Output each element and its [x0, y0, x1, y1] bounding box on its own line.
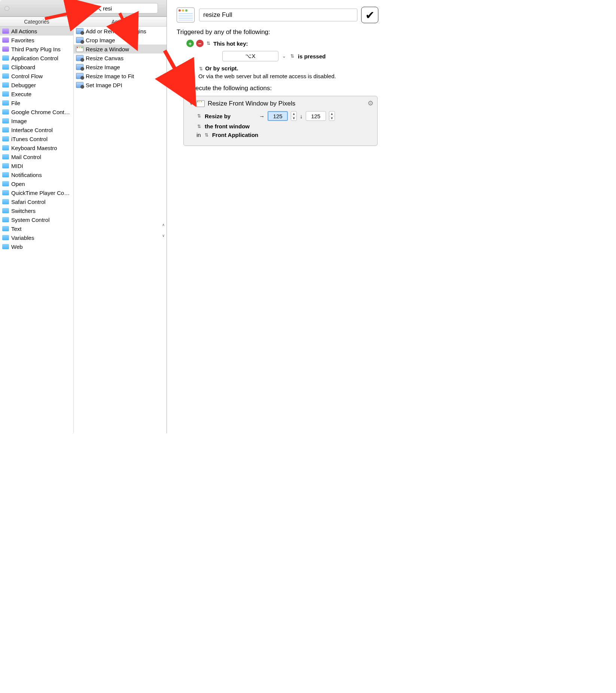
category-item[interactable]: Keyboard Maestro	[0, 143, 73, 152]
category-item[interactable]: Control Flow	[0, 71, 73, 80]
category-item[interactable]: Web	[0, 242, 73, 251]
hotkey-state: is pressed	[298, 53, 326, 59]
category-label: Open	[11, 181, 25, 187]
action-item[interactable]: Resize Canvas	[74, 54, 167, 62]
trigger-type-stepper[interactable]: ⇅	[206, 41, 211, 46]
categories-list[interactable]: All ActionsFavoritesThird Party Plug Ins…	[0, 27, 74, 433]
category-item[interactable]: All Actions	[0, 27, 73, 36]
folder-blue-icon	[2, 190, 9, 195]
folder-blue-icon	[2, 163, 9, 168]
or-script-stepper[interactable]: ⇅	[198, 66, 204, 71]
category-label: Notifications	[11, 172, 42, 178]
category-label: Application Control	[11, 55, 58, 61]
folder-blue-icon	[2, 73, 9, 79]
folder-blue-icon	[2, 82, 9, 88]
category-item[interactable]: Clipboard	[0, 62, 73, 71]
category-item[interactable]: Notifications	[0, 170, 73, 179]
category-item[interactable]: Mail Control	[0, 152, 73, 161]
hotkey-field[interactable]: ⌥X	[222, 51, 278, 61]
app-target-stepper[interactable]: ⇅	[204, 132, 209, 138]
dx-stepper[interactable]: ▲▼	[291, 111, 297, 121]
category-item[interactable]: File	[0, 98, 73, 107]
category-item[interactable]: Variables	[0, 233, 73, 242]
hotkey-dropdown-icon[interactable]: ⌄	[281, 54, 287, 59]
action-item[interactable]: Add or Remove Margins	[74, 27, 167, 36]
category-item[interactable]: iTunes Control	[0, 134, 73, 143]
close-button[interactable]	[4, 6, 9, 11]
category-label: Switchers	[11, 208, 36, 214]
folder-blue-icon	[2, 208, 9, 213]
category-item[interactable]: Google Chrome Cont…	[0, 107, 73, 116]
action-label: Resize Canvas	[86, 55, 123, 61]
category-item[interactable]: Third Party Plug Ins	[0, 45, 73, 54]
action-item[interactable]: Resize Image	[74, 62, 167, 71]
action-label: Resize Image to Fit	[86, 73, 134, 79]
category-item[interactable]: Safari Control	[0, 197, 73, 206]
in-label: in	[196, 132, 201, 138]
category-item[interactable]: Execute	[0, 89, 73, 98]
action-item[interactable]: Set Image DPI	[74, 80, 167, 89]
search-icon: 🔍	[95, 5, 101, 11]
gear-icon[interactable]: ⚙	[368, 99, 373, 107]
category-item[interactable]: System Control	[0, 215, 73, 224]
actions-panel: Actions 🔍 ✕ Categories Actions All Actio…	[0, 0, 167, 433]
action-item[interactable]: Crop Image	[74, 36, 167, 45]
category-item[interactable]: Image	[0, 116, 73, 125]
dy-stepper[interactable]: ▲▼	[329, 111, 335, 121]
hotkey-state-stepper[interactable]: ⇅	[290, 54, 295, 59]
folder-blue-icon	[2, 145, 9, 150]
action-item[interactable]: Resize a Window	[74, 45, 167, 54]
category-item[interactable]: Application Control	[0, 54, 73, 62]
folder-blue-icon	[2, 244, 9, 249]
resize-mode-stepper[interactable]: ⇅	[196, 113, 202, 119]
folder-blue-icon	[2, 55, 9, 61]
add-trigger-button[interactable]: +	[186, 40, 194, 47]
window-target-stepper[interactable]: ⇅	[196, 124, 202, 129]
search-input[interactable]	[103, 5, 174, 12]
category-item[interactable]: QuickTime Player Co…	[0, 188, 73, 197]
folder-blue-icon	[2, 172, 9, 177]
category-item[interactable]: Text	[0, 224, 73, 233]
category-label: QuickTime Player Co…	[11, 190, 70, 196]
macro-enabled-toggle[interactable]: ✔	[361, 7, 378, 23]
actions-list[interactable]: ∧∨ Add or Remove MarginsCrop ImageResize…	[74, 27, 167, 433]
image-action-icon	[76, 28, 83, 34]
folder-blue-icon	[2, 235, 9, 240]
resize-dx-input[interactable]	[268, 111, 288, 121]
remove-trigger-button[interactable]: −	[196, 40, 204, 47]
category-label: File	[11, 100, 20, 106]
image-action-icon	[76, 64, 83, 70]
action-label: Add or Remove Margins	[86, 28, 146, 34]
scroll-indicator[interactable]: ∧∨	[161, 223, 166, 238]
category-item[interactable]: Favorites	[0, 36, 73, 45]
trigger-block: + − ⇅ This hot key: ⌥X ⌄ ⇅ is pressed ⇅ …	[186, 40, 378, 79]
folder-blue-icon	[2, 127, 9, 132]
action-title: Resize Front Window by Pixels	[208, 100, 295, 107]
folder-purple-icon	[2, 37, 9, 43]
app-target: Front Application	[212, 132, 259, 138]
action-card[interactable]: ⚙ ▼ Resize Front Window by Pixels ⇅ Resi…	[183, 96, 378, 146]
category-item[interactable]: Open	[0, 179, 73, 188]
action-label: Set Image DPI	[86, 82, 122, 88]
category-label: Google Chrome Cont…	[11, 109, 70, 115]
category-item[interactable]: Switchers	[0, 206, 73, 215]
category-label: Execute	[11, 91, 31, 97]
category-label: Mail Control	[11, 154, 41, 160]
action-label: Resize a Window	[86, 46, 129, 52]
category-item[interactable]: MIDI	[0, 161, 73, 170]
category-label: MIDI	[11, 163, 23, 169]
category-label: Image	[11, 118, 27, 124]
disclosure-triangle-icon[interactable]: ▼	[189, 101, 193, 106]
action-label: Crop Image	[86, 37, 115, 43]
macro-name-input[interactable]	[199, 9, 357, 21]
action-item[interactable]: Resize Image to Fit	[74, 71, 167, 80]
category-label: Third Party Plug Ins	[11, 46, 61, 52]
action-label: Resize Image	[86, 64, 120, 70]
resize-dy-input[interactable]	[306, 111, 326, 121]
folder-blue-icon	[2, 100, 9, 106]
category-label: Variables	[11, 235, 34, 241]
category-item[interactable]: Debugger	[0, 80, 73, 89]
category-item[interactable]: Interface Control	[0, 125, 73, 134]
macro-icon[interactable]	[177, 7, 195, 22]
actions-search[interactable]: 🔍 ✕	[92, 3, 158, 13]
